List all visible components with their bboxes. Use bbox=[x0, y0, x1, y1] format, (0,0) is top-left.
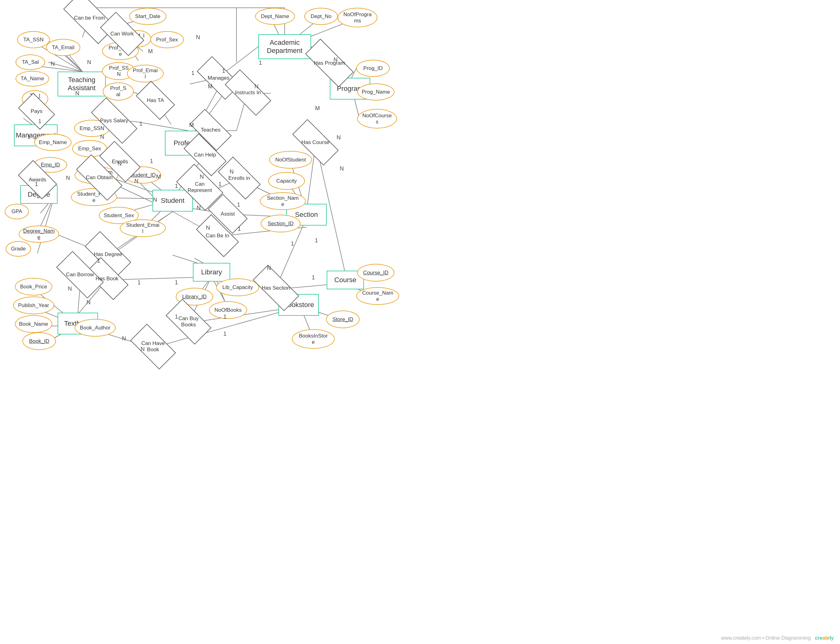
label-1-14: 1 bbox=[97, 258, 100, 264]
label-n-1: N bbox=[87, 59, 91, 66]
attr-emp-name: Emp_Name bbox=[34, 134, 72, 151]
rel-has-degree: Has Degree bbox=[87, 244, 130, 264]
attr-book-id: Book_ID bbox=[22, 332, 56, 350]
attr-no-of-student: NoOfStudent bbox=[269, 151, 312, 169]
entity-teaching-assistant: Teaching Assistant bbox=[58, 72, 106, 97]
rel-can-be-in: Can Be In bbox=[199, 225, 237, 246]
attr-course-name: Course_Name bbox=[356, 287, 399, 305]
label-n-8: N bbox=[135, 178, 138, 184]
entity-library: Library bbox=[193, 263, 230, 281]
rel-can-borrow: Can Borrow bbox=[59, 264, 102, 286]
attr-section-id: Section_ID bbox=[261, 215, 301, 232]
attr-grade: Grade bbox=[6, 241, 31, 257]
rel-can-help: Can Help bbox=[186, 145, 224, 165]
attr-dept-no: Dept_No bbox=[304, 8, 338, 25]
label-m-3: M bbox=[189, 122, 194, 128]
label-n-20: N bbox=[87, 299, 90, 306]
attr-no-of-programs: NoOfPrograms bbox=[337, 8, 377, 27]
label-n-18: N bbox=[66, 175, 70, 181]
attr-book-name: Book_Name bbox=[15, 315, 52, 333]
label-1-19: 1 bbox=[224, 331, 227, 337]
rel-has-ta: Has TA bbox=[139, 90, 172, 110]
rel-has-program: Has Program bbox=[306, 53, 352, 73]
attr-publish-year: Publish_Year bbox=[13, 296, 54, 314]
label-1-7: 1 bbox=[175, 183, 178, 189]
rel-can-work: Can Work bbox=[103, 23, 141, 44]
label-n-5: N bbox=[196, 34, 200, 41]
attr-book-author: Book_Author bbox=[75, 319, 116, 337]
label-n-17: N bbox=[267, 265, 271, 272]
attr-gpa: GPA bbox=[5, 204, 29, 219]
rel-enrolls-in: Enrolls in bbox=[220, 168, 258, 188]
attr-degree-name: Degree_Name bbox=[19, 225, 59, 243]
attr-section-name: Section_Name bbox=[260, 192, 306, 210]
label-1-21: 1 bbox=[315, 237, 318, 244]
label-m-5: M bbox=[315, 105, 320, 112]
label-1-2: 1 bbox=[27, 134, 31, 140]
label-n-6: N bbox=[255, 84, 258, 90]
label-n-4: N bbox=[100, 134, 104, 140]
label-n-16: N bbox=[340, 166, 344, 172]
label-1-16: 1 bbox=[175, 279, 178, 286]
attr-capacity: Capacity bbox=[268, 172, 305, 190]
attr-ta-name: TA_Name bbox=[16, 71, 49, 87]
attr-prof-sal: Prof_Sal bbox=[103, 82, 134, 100]
label-1-18: 1 bbox=[224, 314, 227, 320]
label-m-2: M bbox=[208, 84, 212, 90]
attr-ta-email: TA_Email bbox=[46, 39, 80, 56]
label-1-8: 1 bbox=[219, 181, 222, 187]
watermark: www.creately.com • Online Diagramming cr… bbox=[721, 635, 834, 641]
label-1-4: 1 bbox=[191, 70, 194, 77]
label-n-12: N bbox=[197, 205, 201, 211]
label-n-21: N bbox=[122, 335, 126, 342]
attr-start-date: Start_Date bbox=[129, 8, 166, 25]
label-1-3: 1 bbox=[140, 121, 143, 127]
attr-no-of-courses: NoOfCourses bbox=[357, 109, 397, 128]
attr-ta-ssn: TA_SSN bbox=[17, 31, 50, 48]
label-1-9: 1 bbox=[237, 202, 240, 208]
label-1-15: 1 bbox=[138, 279, 141, 286]
label-1-20: 1 bbox=[291, 240, 294, 247]
attr-prog-name: Prog_Name bbox=[357, 84, 395, 100]
attr-dept-name: Dept_Name bbox=[255, 8, 295, 25]
label-1-10: 1 bbox=[238, 226, 241, 232]
label-n-10: N bbox=[200, 174, 204, 180]
label-n-11: N bbox=[230, 169, 233, 175]
attr-book-price: Book_Price bbox=[15, 278, 52, 296]
diagram-canvas: Teaching Assistant Management Degree Pro… bbox=[0, 0, 840, 644]
rel-has-section: Has Section bbox=[255, 278, 298, 298]
label-1-5: 1 bbox=[222, 68, 225, 74]
label-1-12: 1 bbox=[312, 274, 315, 281]
label-1-17: 1 bbox=[175, 314, 178, 320]
rel-instructs-in: Instructs In bbox=[227, 82, 270, 103]
label-n-15: N bbox=[337, 135, 341, 141]
label-1-1: 1 bbox=[38, 118, 41, 125]
entity-academic-department: AcademicDepartment bbox=[258, 34, 311, 59]
attr-books-in-store: BooksInStore bbox=[292, 329, 335, 349]
label-n-19: N bbox=[68, 286, 72, 292]
label-1-6: 1 bbox=[150, 158, 153, 164]
label-1-11: 1 bbox=[259, 60, 262, 66]
attr-course-id: Course_ID bbox=[357, 264, 395, 281]
attr-prof-sex: Prof_Sex bbox=[150, 31, 184, 48]
label-n-3: N bbox=[75, 90, 79, 97]
rel-can-have-book: Can HaveBook bbox=[133, 335, 173, 358]
label-n-13: N bbox=[206, 225, 210, 231]
label-n-2: N bbox=[51, 61, 55, 67]
rel-has-course: Has Course bbox=[294, 132, 337, 153]
label-m-1: M bbox=[148, 48, 153, 55]
attr-prof-email: Prof_Email bbox=[127, 65, 164, 82]
rel-pays: Pays bbox=[22, 101, 51, 122]
rel-can-obtain: Can Obtain bbox=[78, 168, 121, 187]
svg-line-63 bbox=[37, 196, 54, 253]
label-m-4: M bbox=[156, 174, 161, 180]
attr-ta-sal: TA_Sal bbox=[16, 54, 45, 70]
attr-student-email: Student_Email bbox=[120, 219, 166, 237]
attr-lib-capacity: Lib_Capacity bbox=[216, 278, 259, 296]
attr-store-id: Store_ID bbox=[326, 310, 360, 328]
attr-no-of-books: NoOfBooks bbox=[209, 301, 247, 319]
attr-prog-id: Prog_ID bbox=[356, 60, 390, 77]
rel-pays-salary: Pays Salary bbox=[93, 110, 136, 131]
label-n-9: N bbox=[153, 197, 157, 203]
